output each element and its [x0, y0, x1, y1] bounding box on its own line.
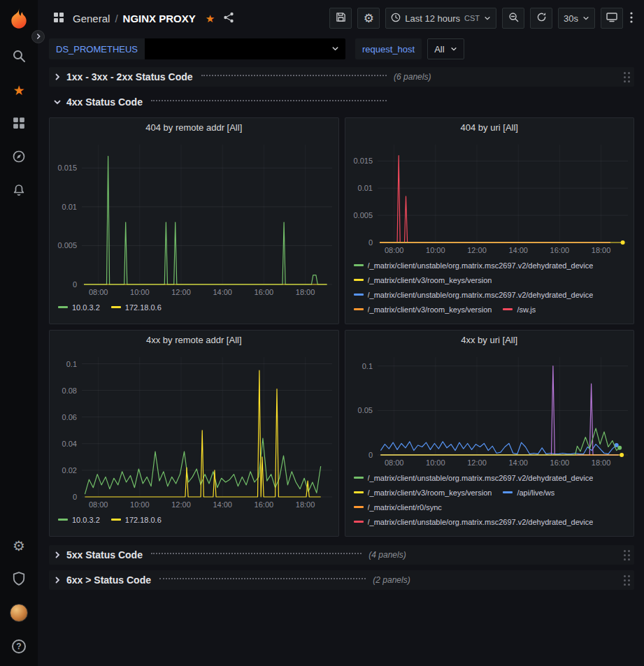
legend-item[interactable]: 10.0.3.2 — [58, 512, 100, 527]
datasource-variable: DS_PROMETHEUS — [49, 38, 345, 59]
svg-text:14:00: 14:00 — [213, 500, 232, 509]
svg-text:12:00: 12:00 — [467, 458, 487, 467]
panel-legend: 10.0.3.2172.18.0.6 — [50, 511, 338, 536]
request-host-variable-label: request_host — [355, 38, 422, 59]
row-drag-handle[interactable] — [624, 72, 630, 82]
row-header-1xx-3xx-2xx[interactable]: 1xx - 3xx - 2xx Status Code (6 panels) — [49, 67, 634, 87]
bell-icon — [12, 183, 26, 199]
svg-text:0.06: 0.06 — [62, 413, 77, 421]
legend-item[interactable]: /api/live/ws — [503, 485, 554, 500]
breadcrumb-separator: / — [115, 13, 117, 24]
search-nav-button[interactable] — [5, 43, 33, 71]
chevron-right-icon — [53, 551, 62, 559]
user-profile-button[interactable] — [5, 599, 33, 627]
row-header-4xx[interactable]: 4xx Status Code — [49, 92, 634, 112]
panel-legend: /_matrix/client/unstable/org.matrix.msc2… — [345, 469, 634, 536]
save-icon — [336, 12, 346, 24]
legend-item[interactable]: /_matrix/client/unstable/org.matrix.msc2… — [354, 287, 594, 302]
svg-text:12:00: 12:00 — [171, 500, 191, 509]
refresh-button[interactable] — [530, 8, 552, 29]
time-range-picker[interactable]: Last 12 hours CST — [385, 8, 496, 29]
chevron-down-icon — [450, 44, 457, 55]
svg-text:16:00: 16:00 — [550, 246, 569, 254]
cycle-view-button[interactable] — [601, 8, 623, 29]
timeseries-chart[interactable]: 00.0050.010.01508:0010:0012:0014:0016:00… — [345, 138, 634, 256]
legend-color-swatch — [354, 491, 364, 493]
svg-text:0.005: 0.005 — [57, 241, 77, 249]
svg-text:0.01: 0.01 — [357, 184, 372, 192]
dashboard-settings-button[interactable]: ⚙ — [357, 8, 380, 29]
zoom-out-button[interactable] — [502, 8, 524, 29]
row-dots-filler — [159, 578, 366, 579]
legend-item[interactable]: 172.18.0.6 — [111, 512, 162, 527]
explore-nav-button[interactable] — [5, 143, 33, 171]
legend-item[interactable]: /_matrix/client/unstable/org.matrix.msc2… — [354, 470, 594, 485]
kebab-menu-icon — [630, 12, 633, 25]
row-title: 6xx > Status Code — [66, 574, 151, 586]
legend-color-swatch — [354, 308, 364, 310]
configuration-nav-button[interactable]: ⚙ — [5, 532, 33, 560]
timezone-label: CST — [464, 14, 480, 22]
favorite-star-icon[interactable]: ★ — [206, 13, 215, 24]
share-button[interactable] — [222, 10, 236, 27]
sidebar-nav-top: ★ — [5, 43, 33, 205]
row-drag-handle[interactable] — [624, 575, 630, 586]
svg-text:0.015: 0.015 — [57, 164, 77, 172]
svg-text:0: 0 — [368, 451, 372, 459]
more-options-button[interactable] — [629, 10, 634, 27]
legend-item[interactable]: 172.18.0.6 — [111, 300, 162, 314]
svg-text:0: 0 — [73, 493, 77, 501]
svg-text:18:00: 18:00 — [296, 288, 315, 296]
help-nav-button[interactable]: ? — [5, 632, 33, 660]
legend-item[interactable]: 10.0.3.2 — [58, 300, 100, 314]
save-dashboard-button[interactable] — [329, 8, 352, 29]
apps-grid-icon — [53, 12, 64, 25]
svg-text:14:00: 14:00 — [213, 288, 232, 296]
alerting-nav-button[interactable] — [5, 177, 33, 205]
panel-title[interactable]: 404 by uri [All] — [345, 118, 634, 138]
svg-text:08:00: 08:00 — [89, 500, 108, 509]
legend-item[interactable]: /_matrix/client/unstable/org.matrix.msc2… — [354, 514, 594, 529]
svg-text:0.015: 0.015 — [353, 157, 373, 165]
panel-title[interactable]: 4xx by uri [All] — [345, 331, 634, 350]
chevron-down-icon — [331, 44, 339, 55]
refresh-interval-picker[interactable]: 30s — [558, 8, 595, 29]
request-host-variable-value: All — [434, 44, 444, 55]
legend-label: 10.0.3.2 — [72, 516, 100, 524]
panel-4xx-by-uri: 4xx by uri [All] 00.050.108:0010:0012:00… — [345, 330, 635, 537]
server-admin-nav-button[interactable] — [5, 565, 33, 593]
row-header-6xx[interactable]: 6xx > Status Code (2 panels) — [49, 570, 634, 590]
row-header-5xx[interactable]: 5xx Status Code (4 panels) — [49, 545, 634, 565]
apps-grid-button[interactable] — [52, 10, 66, 27]
legend-item[interactable]: /_matrix/client/unstable/org.matrix.msc2… — [354, 258, 594, 273]
dashboards-nav-button[interactable] — [5, 110, 33, 138]
legend-item[interactable]: /_matrix/client/r0/sync — [354, 500, 442, 514]
legend-item[interactable]: /_matrix/client/v3/room_keys/version — [354, 485, 492, 500]
svg-text:16:00: 16:00 — [255, 500, 274, 509]
timeseries-chart[interactable]: 00.020.040.060.080.108:0010:0012:0014:00… — [50, 350, 338, 511]
timeseries-chart[interactable]: 00.0050.010.01508:0010:0012:0014:0016:00… — [50, 138, 338, 298]
datasource-variable-select[interactable] — [145, 38, 345, 59]
sidebar-expand-button[interactable] — [31, 30, 45, 43]
row-drag-handle[interactable] — [624, 550, 630, 560]
share-icon — [223, 12, 234, 25]
request-host-variable-select[interactable]: All — [427, 38, 464, 59]
grafana-app: ★ ⚙ — [0, 0, 644, 666]
legend-color-swatch — [354, 294, 364, 296]
legend-item[interactable]: /_matrix/client/v3/room_keys/version — [354, 273, 492, 287]
legend-label: /api/live/ws — [517, 488, 554, 497]
legend-item[interactable]: /_matrix/client/v3/room_keys/version — [354, 302, 492, 317]
panel-4xx-by-remote-addr: 4xx by remote addr [All] 00.020.040.060.… — [49, 330, 339, 537]
search-icon — [12, 49, 26, 65]
panel-title[interactable]: 404 by remote addr [All] — [50, 118, 338, 138]
avatar — [10, 604, 28, 622]
legend-item[interactable]: /sw.js — [503, 302, 536, 317]
breadcrumb-section[interactable]: General — [73, 13, 110, 24]
grafana-logo[interactable] — [8, 7, 29, 31]
panel-title[interactable]: 4xx by remote addr [All] — [50, 331, 338, 350]
sidebar-nav-bottom: ⚙ ? — [5, 532, 33, 660]
panel-legend: 10.0.3.2172.18.0.6 — [50, 298, 338, 324]
timeseries-chart[interactable]: 00.050.108:0010:0012:0014:0016:0018:00 — [345, 350, 634, 469]
starred-nav-button[interactable]: ★ — [5, 76, 33, 104]
page-title[interactable]: NGINX PROXY — [123, 13, 196, 24]
